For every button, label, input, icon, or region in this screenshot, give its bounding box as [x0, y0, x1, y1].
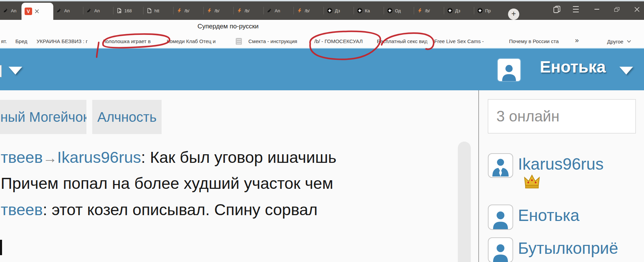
user-list-name[interactable]: Енотька	[518, 206, 579, 225]
user-menu-caret[interactable]	[619, 67, 633, 75]
bookmark-item[interactable]: УКРАИНА БЕЗВИЗ : г	[37, 38, 100, 45]
tab-label: htt	[154, 8, 159, 13]
room-dropdown-caret[interactable]	[9, 67, 22, 75]
bookmark-item[interactable]: Лололошка играет в	[102, 38, 163, 45]
bird-icon	[267, 8, 272, 13]
browser-window: An V An An 168 htt /b/	[0, 0, 644, 262]
user-avatar[interactable]	[498, 59, 520, 81]
room-tab[interactable]: Алчность	[92, 100, 162, 134]
site-header: Енотька	[0, 49, 644, 90]
lightning-icon	[207, 8, 212, 13]
bookmarks-overflow-chevron[interactable]: »	[575, 36, 579, 44]
bookmark-item[interactable]: Бред	[15, 38, 27, 45]
cropped-control	[0, 65, 2, 77]
chat-message: твеев: этот козел описывал. Спину сорвал	[1, 200, 457, 219]
person-icon	[491, 210, 510, 229]
browser-tab[interactable]: Ка	[354, 1, 384, 20]
user-list-avatar[interactable]	[488, 237, 513, 262]
bird-icon	[56, 8, 62, 13]
user-list-name[interactable]: Бутылкоприё	[518, 239, 618, 258]
zen-star-icon	[357, 8, 362, 13]
tab-label: 168	[124, 8, 132, 13]
reply-arrow: →	[43, 150, 57, 166]
document-icon	[147, 8, 152, 13]
tab-label: /b/	[184, 8, 189, 13]
lightning-icon	[417, 8, 423, 13]
room-tab-label: ный Могейчок	[0, 109, 86, 125]
browser-tab[interactable]: Дз	[324, 1, 354, 20]
message-text: : этот козел описывал. Спину сорвал	[43, 200, 317, 219]
tab-label: /b/	[245, 8, 249, 13]
zen-star-icon	[387, 8, 393, 13]
chat-message: твеев→Ikarus96rus: Как был уговор ишачиш…	[1, 148, 457, 167]
message-text: Причем попал на более худший участок чем	[1, 174, 333, 192]
online-count-box: 3 онлайн	[488, 99, 636, 133]
bookmarks-other-folder[interactable]: Другое	[607, 38, 631, 45]
bird-icon	[3, 8, 9, 13]
close-tab-icon[interactable]	[35, 9, 39, 14]
username-link[interactable]: Ikarus96rus	[57, 148, 141, 166]
lightning-icon	[237, 8, 242, 13]
current-username[interactable]: Енотька	[540, 57, 606, 76]
tab-label: An	[64, 8, 70, 13]
browser-tab[interactable]: Дз	[444, 1, 474, 20]
page-title: Супердем по-русски	[197, 23, 259, 30]
bookmarks-other-label: Другое	[607, 39, 624, 44]
bookmark-item[interactable]: Free Live Sex Cams -	[434, 38, 492, 45]
tab-label: Ка	[365, 8, 370, 13]
user-list-avatar[interactable]	[488, 153, 513, 178]
bookmark-item[interactable]: /b/ - ГОМОСЕКСУАЛ	[314, 38, 373, 45]
user-list-avatar[interactable]	[488, 205, 513, 230]
browser-tab-active[interactable]: V	[22, 3, 53, 20]
tab-panel-button[interactable]	[553, 0, 562, 18]
room-tab-label: Алчность	[97, 109, 156, 125]
tab-label: An	[94, 8, 100, 13]
browser-tab[interactable]: Од	[384, 1, 414, 20]
zen-star-icon	[327, 8, 332, 13]
browser-tab[interactable]: Пр	[474, 1, 504, 20]
sidebar-divider	[478, 90, 479, 262]
restore-button[interactable]	[614, 0, 619, 18]
menu-icon[interactable]	[573, 0, 579, 18]
lightning-icon	[177, 8, 182, 13]
tab-label: Пр	[485, 8, 491, 13]
browser-tab[interactable]: An	[53, 1, 83, 20]
tab-label: /b/	[215, 8, 219, 13]
bookmark-item[interactable]: ят.	[1, 38, 7, 45]
tab-label: Дз	[455, 8, 460, 13]
username-link[interactable]: твеев	[1, 200, 43, 219]
room-tab[interactable]: ный Могейчок	[0, 100, 86, 134]
username-link[interactable]: твеев	[1, 148, 43, 166]
bookmark-item[interactable]: Почему в России ста	[509, 38, 568, 45]
browser-tab[interactable]: 168	[113, 1, 143, 20]
browser-tab[interactable]: /b/	[204, 1, 233, 20]
bookmarks-bar: ят. Бред УКРАИНА БЕЗВИЗ : г Лололошка иг…	[0, 34, 644, 49]
person-icon	[491, 243, 510, 262]
bookmark-item[interactable]: Бесплатный секс вид	[377, 38, 431, 45]
browser-tab[interactable]: htt	[143, 1, 173, 20]
bookmark-item[interactable]: Комеди Клаб Отец и	[167, 38, 227, 45]
browser-tab[interactable]: /b/	[174, 1, 203, 20]
close-window-button[interactable]	[634, 0, 640, 18]
browser-tab[interactable]: An	[83, 1, 113, 20]
browser-tab[interactable]: /b/	[414, 1, 444, 20]
browser-tab[interactable]: /b/	[234, 1, 263, 20]
browser-tab[interactable]: An	[264, 1, 293, 20]
chevron-down-icon	[627, 40, 631, 43]
new-tab-button[interactable]: +	[508, 9, 519, 20]
browser-tab[interactable]: /b/	[294, 1, 324, 20]
browser-tab[interactable]: An	[0, 1, 21, 20]
address-title-bar: Супердем по-русски 13	[0, 20, 644, 34]
tab-label: /b/	[425, 8, 430, 13]
bookmark-favicon[interactable]	[236, 38, 242, 45]
document-icon	[117, 8, 122, 13]
user-list-name[interactable]: Ikarus96rus	[518, 155, 604, 173]
lightning-icon	[297, 8, 302, 13]
zen-star-icon	[477, 8, 483, 13]
chat-scrollbar[interactable]	[458, 142, 471, 262]
minimize-button[interactable]	[594, 0, 599, 18]
bookmark-item[interactable]: Смекта - инструкция	[248, 38, 307, 45]
chat-message: Причем попал на более худший участок чем	[1, 174, 457, 193]
tab-label: /b/	[305, 8, 310, 13]
online-count: 3 онлайн	[496, 100, 560, 133]
